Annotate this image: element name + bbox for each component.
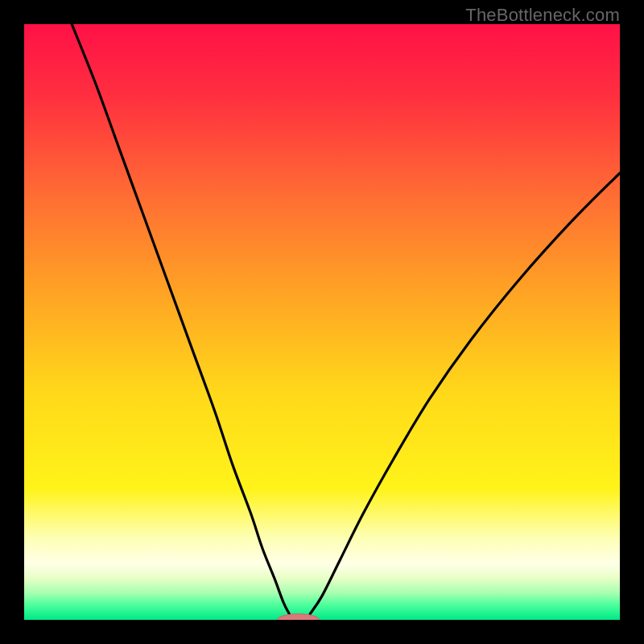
chart-background [24, 24, 620, 620]
watermark-text: TheBottleneck.com [465, 5, 620, 26]
chart-frame [24, 24, 620, 620]
bottleneck-chart [24, 24, 620, 620]
